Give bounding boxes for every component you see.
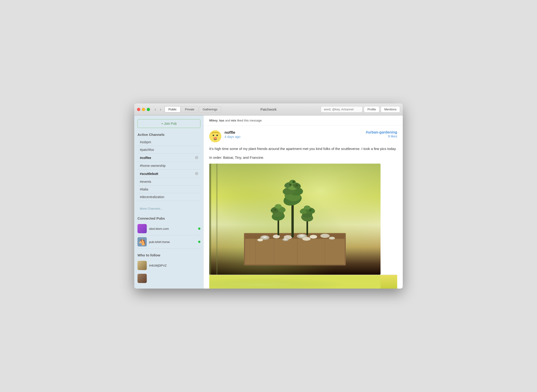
search-input[interactable] — [321, 106, 363, 112]
nav-tabs: Public Private Gatherings — [165, 106, 221, 112]
post-username: noffle — [224, 130, 363, 135]
pub-item-tshirt[interactable]: 🐴 pub.tshirt.horse — [137, 235, 201, 248]
channel-name: #coffee — [140, 156, 151, 160]
close-button[interactable] — [137, 108, 140, 111]
channel-item-italia[interactable]: #italia — [137, 186, 201, 193]
pub-item-ktorn[interactable]: sbot.ktorn.com — [137, 222, 201, 235]
svg-point-51 — [296, 184, 298, 186]
pub-avatar-tshirt: 🐴 — [137, 237, 147, 247]
channel-name: #ssbpm — [140, 140, 151, 144]
tab-private[interactable]: Private — [181, 106, 198, 112]
svg-point-25 — [282, 238, 289, 241]
channel-item-scuttlebutt[interactable]: #scuttlebutt ☉ — [137, 170, 201, 178]
more-channels-link[interactable]: More Channels... — [137, 205, 201, 212]
join-pub-button[interactable]: + Join Pub — [137, 119, 201, 128]
liked-message: liked this message — [237, 119, 262, 122]
post-meta: noffle 4 days ago — [224, 130, 363, 139]
follow-item-1[interactable]: H4UWjDPVZ — [137, 259, 201, 272]
minimize-button[interactable] — [142, 108, 145, 111]
svg-point-27 — [329, 237, 335, 239]
svg-rect-9 — [209, 163, 211, 275]
channel-item-events[interactable]: #events — [137, 178, 201, 186]
who-to-follow-title: Who to follow — [137, 253, 201, 257]
notify-icon: ☉ — [195, 155, 198, 160]
channel-item-decentralization[interactable]: #decentralization — [137, 193, 201, 201]
channel-item-coffee[interactable]: #coffee ☉ — [137, 154, 201, 162]
svg-point-49 — [292, 181, 295, 183]
channel-name: #home-ownership — [140, 164, 165, 168]
sidebar: + Join Pub Active Channels #ssbpm #patch… — [134, 116, 204, 289]
svg-point-5 — [213, 137, 217, 139]
svg-rect-10 — [216, 163, 218, 275]
next-image-preview — [209, 275, 397, 289]
active-channels-title: Active Channels — [137, 133, 201, 136]
post-image[interactable] — [209, 163, 381, 275]
svg-rect-28 — [291, 201, 294, 238]
pub-list: sbot.ktorn.com 🐴 pub.tshirt.horse — [137, 222, 201, 248]
svg-point-42 — [275, 204, 282, 209]
follow-item-2[interactable] — [137, 272, 201, 285]
svg-point-53 — [309, 210, 312, 211]
svg-rect-55 — [209, 275, 381, 289]
traffic-lights — [137, 108, 150, 111]
svg-point-3 — [213, 135, 214, 136]
pub-name-ktorn: sbot.ktorn.com — [149, 227, 196, 230]
svg-point-48 — [304, 205, 310, 210]
post-header: noffle 4 days ago #urban-gardening 9 lik… — [209, 130, 397, 142]
svg-text:🐴: 🐴 — [138, 238, 146, 246]
channel-name: #scuttlebutt — [140, 172, 158, 176]
post-avatar[interactable] — [209, 130, 221, 142]
pub-status-ktorn — [198, 228, 201, 230]
svg-point-22 — [310, 235, 317, 238]
channel-name: #events — [140, 180, 151, 183]
follow-avatar-1 — [137, 261, 147, 270]
main-layout: + Join Pub Active Channels #ssbpm #patch… — [134, 116, 403, 289]
svg-point-50 — [289, 184, 291, 186]
forward-button[interactable]: › — [159, 107, 162, 112]
channel-item-ssbpm[interactable]: #ssbpm — [137, 138, 201, 146]
channel-item-patchfoo[interactable]: #patchfoo — [137, 146, 201, 154]
post-likes: 9 likes — [366, 135, 397, 138]
svg-point-4 — [216, 135, 218, 136]
content-area: Mikey, kas and mix liked this message — [204, 116, 403, 289]
fullscreen-button[interactable] — [147, 108, 150, 111]
svg-point-24 — [257, 238, 263, 241]
liked-name-1: Mikey — [209, 119, 218, 122]
pub-status-tshirt — [198, 241, 201, 243]
search-area: Profile Mentions — [321, 106, 400, 112]
post-channel-link[interactable]: #urban-gardening — [366, 130, 397, 134]
app-title: Patchwork — [260, 107, 277, 111]
titlebar: ‹ › Public Private Gatherings Patchwork … — [134, 103, 403, 116]
channel-name: #patchfoo — [140, 148, 154, 152]
profile-button[interactable]: Profile — [364, 106, 379, 112]
notify-icon: ☉ — [195, 172, 198, 176]
app-window: ‹ › Public Private Gatherings Patchwork … — [134, 103, 403, 289]
channel-name: #decentralization — [140, 195, 164, 199]
pub-name-tshirt: pub.tshirt.horse — [149, 240, 196, 244]
svg-point-26 — [302, 237, 311, 241]
svg-point-52 — [274, 209, 276, 211]
back-button[interactable]: ‹ — [154, 107, 157, 112]
channel-item-home-ownership[interactable]: #home-ownership — [137, 162, 201, 170]
channel-list: #ssbpm #patchfoo #coffee ☉ #home-ownersh… — [137, 138, 201, 201]
follow-list: H4UWjDPVZ — [137, 259, 201, 285]
liked-bar: Mikey, kas and mix liked this message — [204, 116, 403, 126]
tab-gatherings[interactable]: Gatherings — [199, 106, 221, 112]
post-card: noffle 4 days ago #urban-gardening 9 lik… — [204, 126, 403, 289]
channel-name: #italia — [140, 187, 148, 191]
tab-public[interactable]: Public — [165, 106, 181, 112]
post-time: 4 days ago — [224, 135, 363, 139]
liked-name-3: mix — [231, 119, 236, 122]
connected-pubs-title: Connected Pubs — [137, 216, 201, 220]
mentions-button[interactable]: Mentions — [381, 106, 400, 112]
svg-point-23 — [320, 234, 330, 238]
follow-avatar-2 — [137, 274, 147, 283]
post-text-1: It’s high time some of my plant friends … — [209, 146, 397, 152]
pub-avatar-ktorn — [137, 224, 147, 233]
post-text-2: In order: Batoai, Tiny, and Francine. — [209, 155, 397, 160]
follow-name-1: H4UWjDPVZ — [149, 264, 167, 267]
liked-name-2: kas — [219, 119, 224, 122]
svg-point-2 — [209, 130, 221, 142]
post-channel-area: #urban-gardening 9 likes — [366, 130, 397, 138]
